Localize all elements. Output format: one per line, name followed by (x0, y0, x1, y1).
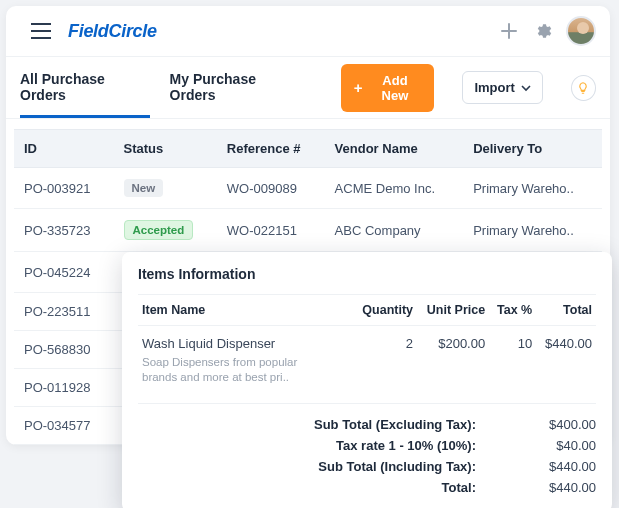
items-panel-title: Items Information (138, 266, 596, 282)
col-reference[interactable]: Reference # (217, 130, 325, 168)
items-col-name: Item Name (138, 295, 353, 326)
cell-reference: WO-022151 (217, 209, 325, 252)
totals-row: Tax rate 1 - 10% (10%):$40.00 (138, 435, 596, 456)
totals-row: Sub Total (Including Tax):$440.00 (138, 456, 596, 477)
cell-status: New (114, 168, 217, 209)
totals-value: $440.00 (516, 459, 596, 474)
plus-icon: + (354, 80, 363, 95)
item-qty: 2 (353, 326, 417, 389)
item-row[interactable]: Wash Liquid Dispenser Soap Dispensers fr… (138, 326, 596, 389)
totals-value: $440.00 (516, 480, 596, 495)
totals-block: Sub Total (Excluding Tax):$400.00Tax rat… (138, 403, 596, 498)
po-header-row: ID Status Reference # Vendor Name Delive… (14, 130, 602, 168)
cell-id: PO-011928 (14, 369, 114, 407)
item-total: $440.00 (536, 326, 596, 389)
tab-all-purchase-orders[interactable]: All Purchase Orders (20, 57, 150, 118)
cell-delivery: Primary Wareho.. (463, 209, 602, 252)
cell-id: PO-335723 (14, 209, 114, 252)
item-price: $200.00 (417, 326, 489, 389)
cell-vendor: ACME Demo Inc. (325, 168, 464, 209)
cell-id: PO-045224 (14, 252, 114, 293)
item-tax: 10 (489, 326, 536, 389)
col-vendor[interactable]: Vendor Name (325, 130, 464, 168)
brand-logo: FieldCircle (68, 21, 157, 42)
items-col-price: Unit Price (417, 295, 489, 326)
col-status[interactable]: Status (114, 130, 217, 168)
menu-icon[interactable] (28, 18, 54, 44)
items-col-tax: Tax % (489, 295, 536, 326)
totals-label: Sub Total (Including Tax): (318, 459, 476, 474)
totals-value: $400.00 (516, 417, 596, 432)
cell-id: PO-568830 (14, 331, 114, 369)
items-table: Item Name Quantity Unit Price Tax % Tota… (138, 294, 596, 389)
items-panel: Items Information Item Name Quantity Uni… (122, 252, 612, 508)
item-desc: Soap Dispensers from popular brands and … (142, 355, 332, 385)
totals-label: Sub Total (Excluding Tax): (314, 417, 476, 432)
totals-row: Total:$440.00 (138, 477, 596, 498)
import-button[interactable]: Import (462, 71, 542, 104)
table-row[interactable]: PO-335723AcceptedWO-022151ABC CompanyPri… (14, 209, 602, 252)
gear-icon[interactable] (530, 18, 556, 44)
avatar[interactable] (566, 16, 596, 46)
import-label: Import (474, 80, 514, 95)
add-new-label: Add New (368, 73, 421, 103)
cell-vendor: ABC Company (325, 209, 464, 252)
items-col-qty: Quantity (353, 295, 417, 326)
cell-reference: WO-009089 (217, 168, 325, 209)
totals-label: Tax rate 1 - 10% (10%): (336, 438, 476, 453)
tab-my-purchase-orders[interactable]: My Purchase Orders (170, 57, 301, 118)
totals-value: $40.00 (516, 438, 596, 453)
hint-icon[interactable] (571, 75, 596, 101)
topbar: FieldCircle (6, 6, 610, 57)
col-id[interactable]: ID (14, 130, 114, 168)
totals-row: Sub Total (Excluding Tax):$400.00 (138, 414, 596, 435)
status-badge: Accepted (124, 220, 194, 240)
add-new-button[interactable]: + Add New (341, 64, 435, 112)
cell-status: Accepted (114, 209, 217, 252)
cell-id: PO-003921 (14, 168, 114, 209)
brand-name: FieldCircle (68, 21, 157, 41)
cell-id: PO-223511 (14, 293, 114, 331)
status-badge: New (124, 179, 164, 197)
table-row[interactable]: PO-003921NewWO-009089ACME Demo Inc.Prima… (14, 168, 602, 209)
cell-delivery: Primary Wareho.. (463, 168, 602, 209)
chevron-down-icon (521, 83, 531, 93)
totals-label: Total: (442, 480, 476, 495)
cell-id: PO-034577 (14, 407, 114, 445)
item-name: Wash Liquid Dispenser (142, 336, 349, 351)
col-delivery[interactable]: Delivery To (463, 130, 602, 168)
items-col-total: Total (536, 295, 596, 326)
plus-icon[interactable] (496, 18, 522, 44)
tabbar: All Purchase Orders My Purchase Orders +… (6, 57, 610, 119)
